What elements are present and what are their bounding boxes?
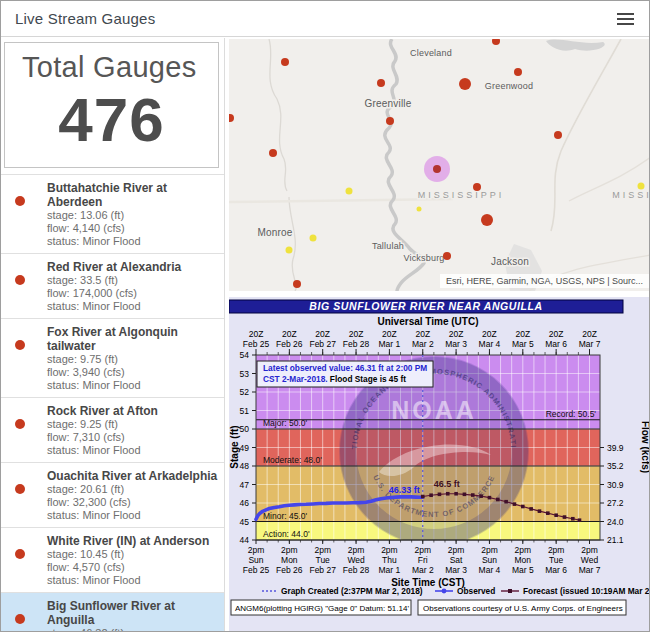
map-gauge-dot-red[interactable] (481, 214, 493, 226)
gauge-status-dot (15, 484, 25, 494)
gauge-list: Buttahatchie River at Aberdeenstage: 13.… (1, 174, 224, 632)
svg-text:20Z: 20Z (515, 329, 530, 339)
svg-text:48: 48 (240, 461, 250, 471)
chart-title: BIG SUNFLOWER RIVER NEAR ANGUILLA (309, 300, 543, 312)
legend-graph-created-label: Graph Created (2:37PM Mar 2, 2018) (281, 586, 423, 596)
gauge-status-dot (15, 549, 25, 559)
city-label: Jackson (491, 256, 529, 267)
map-gauge-dot-red[interactable] (459, 78, 471, 90)
svg-text:Mar 5: Mar 5 (512, 339, 534, 349)
gauge-detail-line: stage: 46.32 (ft) (47, 627, 218, 632)
svg-text:39.9: 39.9 (607, 443, 624, 453)
total-gauges-card: Total Gauges 476 (4, 42, 219, 168)
map-gauge-dot-red[interactable] (443, 252, 451, 260)
map-gauge-dot-red[interactable] (473, 183, 481, 191)
selected-gauge-dot[interactable] (433, 165, 441, 173)
menu-button[interactable] (617, 10, 637, 28)
city-label: Greenwood (485, 81, 533, 91)
map-labels: ClevelandGreenwoodGreenvilleMonroeTallul… (257, 48, 650, 267)
gauge-status-dot (15, 419, 25, 429)
observed-peak-label: 46.33 ft (389, 485, 420, 495)
hydrograph-chart: BIG SUNFLOWER RIVER NEAR ANGUILLAUnivers… (229, 297, 650, 632)
svg-text:Mar 3: Mar 3 (445, 339, 467, 349)
gauge-list-item[interactable]: Fox River at Algonquin tailwaterstage: 9… (1, 319, 224, 398)
svg-text:2pm: 2pm (414, 545, 431, 555)
gauge-list-item[interactable]: Red River at Alexandriastage: 33.5 (ft)f… (1, 254, 224, 319)
svg-text:20Z: 20Z (315, 329, 330, 339)
map-gauge-dot-red[interactable] (386, 117, 394, 125)
map-gauge-dot-red[interactable] (377, 79, 385, 87)
svg-text:20Z: 20Z (249, 329, 264, 339)
map-gauge-dot-red[interactable] (229, 114, 234, 122)
gauge-status-dot (15, 340, 25, 350)
svg-text:Mar 4: Mar 4 (479, 565, 501, 575)
top-axis-title: Universal Time (UTC) (378, 316, 479, 327)
gauge-list-item[interactable]: White River (IN) at Andersonstage: 10.45… (1, 528, 224, 593)
map-canvas[interactable]: ClevelandGreenwoodGreenvilleMonroeTallul… (229, 39, 650, 291)
svg-text:35.2: 35.2 (607, 461, 624, 471)
map-gauge-dot-red[interactable] (554, 131, 562, 139)
map-panel[interactable]: ClevelandGreenwoodGreenvilleMonroeTallul… (229, 39, 650, 291)
map-gauge-dot-red[interactable] (293, 280, 301, 288)
svg-text:Thu: Thu (382, 555, 397, 565)
city-label: Tallulah (372, 241, 404, 251)
svg-text:46: 46 (240, 498, 250, 508)
gauge-detail-line: stage: 10.45 (ft) (47, 548, 218, 561)
gauge-detail-line: status: Minor Flood (47, 379, 218, 392)
svg-text:52: 52 (240, 387, 250, 397)
gauge-list-item[interactable]: Buttahatchie River at Aberdeenstage: 13.… (1, 175, 224, 254)
legend-forecast-swatch (508, 589, 512, 593)
svg-text:Mar 7: Mar 7 (579, 339, 601, 349)
city-label: Cleveland (410, 48, 452, 58)
total-gauges-label: Total Gauges (5, 43, 218, 84)
gauge-detail-line: status: Minor Flood (47, 444, 218, 457)
svg-text:20Z: 20Z (449, 329, 464, 339)
svg-text:2pm: 2pm (281, 545, 298, 555)
svg-text:Feb 25: Feb 25 (243, 339, 270, 349)
svg-text:Fri: Fri (418, 555, 428, 565)
map-gauge-dot-yellow[interactable] (638, 183, 645, 190)
map-gauge-dot-yellow[interactable] (417, 207, 422, 212)
map-gauge-dot-yellow[interactable] (346, 188, 353, 195)
map-gauge-dot-yellow[interactable] (310, 235, 317, 242)
svg-text:Tue: Tue (549, 555, 564, 565)
map-attribution: Esri, HERE, Garmin, NGA, USGS, NPS | Sou… (440, 274, 649, 288)
map-gauge-dot-yellow[interactable] (286, 247, 293, 254)
svg-text:Feb 28: Feb 28 (343, 565, 370, 575)
state-label: MISSISSIPPI (418, 190, 505, 200)
svg-text:Feb 27: Feb 27 (309, 565, 336, 575)
map-gauge-dot-red[interactable] (514, 68, 522, 76)
courtesy-footnote: Observations courtesy of U.S. Army Corps… (423, 604, 623, 613)
svg-text:53: 53 (240, 369, 250, 379)
gauge-list-item[interactable]: Rock River at Aftonstage: 9.25 (ft)flow:… (1, 398, 224, 463)
datum-footnote: ANGM6(plotting HGIRG) "Gage 0" Datum: 51… (235, 604, 409, 613)
gauge-detail-line: status: Minor Flood (47, 509, 218, 522)
svg-text:Feb 26: Feb 26 (276, 339, 303, 349)
svg-text:2pm: 2pm (248, 545, 265, 555)
svg-text:Sat: Sat (450, 555, 463, 565)
svg-text:21.1: 21.1 (607, 535, 624, 545)
svg-text:2pm: 2pm (314, 545, 331, 555)
svg-text:Wed: Wed (347, 555, 365, 565)
svg-text:Mar 6: Mar 6 (545, 339, 567, 349)
state-label: MISSISS (612, 190, 650, 200)
map-gauge-dot-red[interactable] (492, 39, 500, 45)
app-header: Live Stream Gauges (1, 1, 649, 37)
svg-text:Wed: Wed (581, 555, 599, 565)
svg-text:20Z: 20Z (582, 329, 597, 339)
svg-text:Mar 1: Mar 1 (379, 565, 401, 575)
gauge-detail-line: stage: 33.5 (ft) (47, 274, 218, 287)
svg-text:20Z: 20Z (282, 329, 297, 339)
svg-text:Mon: Mon (281, 555, 298, 565)
svg-text:49: 49 (240, 443, 250, 453)
map-gauge-dot-red[interactable] (281, 58, 289, 66)
svg-text:Sun: Sun (482, 555, 497, 565)
city-label: Monroe (257, 227, 292, 238)
gauge-list-item[interactable]: Big Sunflower River at Anguillastage: 46… (1, 593, 224, 632)
gauge-status-dot (15, 196, 25, 206)
svg-text:2pm: 2pm (348, 545, 365, 555)
svg-text:Mon: Mon (515, 555, 532, 565)
svg-text:Tue: Tue (316, 555, 331, 565)
map-gauge-dot-red[interactable] (269, 149, 277, 157)
gauge-list-item[interactable]: Ouachita River at Arkadelphiastage: 20.6… (1, 463, 224, 528)
